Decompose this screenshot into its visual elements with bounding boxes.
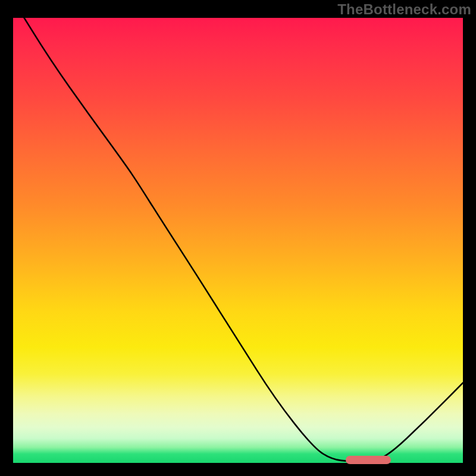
plot-area <box>13 18 463 463</box>
chart-stage: TheBottleneck.com <box>0 0 476 476</box>
bottleneck-curve <box>13 18 463 462</box>
curve-svg <box>13 18 463 463</box>
watermark-text: TheBottleneck.com <box>337 1 471 18</box>
optimum-marker <box>346 456 391 464</box>
